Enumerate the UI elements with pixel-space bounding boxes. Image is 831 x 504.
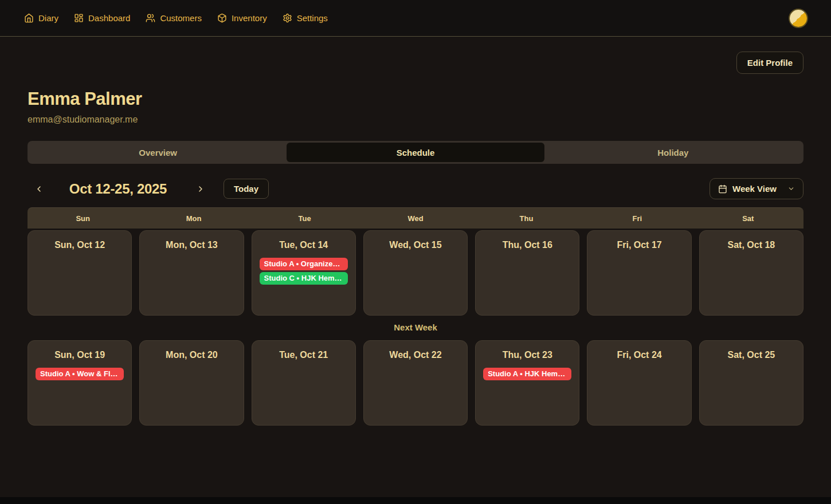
next-week-button[interactable] [193, 181, 209, 197]
day-cell-title: Sun, Oct 19 [36, 350, 124, 360]
calendar-day-header-row: Sun Mon Tue Wed Thu Fri Sat [28, 207, 803, 229]
edit-profile-button[interactable]: Edit Profile [736, 52, 803, 74]
day-cell-title: Mon, Oct 20 [147, 350, 236, 360]
date-range-title: Oct 12-25, 2025 [47, 181, 189, 197]
dashboard-icon [74, 13, 84, 23]
day-cell[interactable]: Sun, Oct 19Studio A • Wow & Flutter [28, 340, 132, 426]
profile-page: Edit Profile Emma Palmer emma@studiomana… [0, 37, 831, 426]
day-cell-title: Fri, Oct 17 [595, 240, 683, 250]
day-cell-title: Sat, Oct 18 [707, 240, 795, 250]
nav-item-diary[interactable]: Diary [24, 13, 58, 23]
day-header: Sat [693, 214, 803, 223]
day-cell-title: Mon, Oct 13 [147, 240, 236, 250]
day-cell[interactable]: Tue, Oct 14Studio A • Organized S...Stud… [252, 230, 356, 316]
calendar-icon [718, 184, 727, 194]
day-cell-title: Wed, Oct 15 [371, 240, 460, 250]
profile-name: Emma Palmer [28, 89, 803, 109]
day-header: Mon [138, 214, 249, 223]
next-week-label: Next Week [28, 316, 803, 338]
day-cell-title: Thu, Oct 23 [483, 350, 571, 360]
chevron-right-icon [196, 184, 205, 194]
tab-overview[interactable]: Overview [29, 143, 287, 162]
week-calendar: Sun Mon Tue Wed Thu Fri Sat Sun, Oct 12M… [28, 207, 803, 426]
nav-label: Settings [297, 13, 328, 23]
event-chip[interactable]: Studio A • Wow & Flutter [36, 368, 124, 380]
nav-label: Dashboard [88, 13, 130, 23]
calendar-week-row: Sun, Oct 19Studio A • Wow & FlutterMon, … [28, 340, 803, 426]
day-cell-title: Tue, Oct 21 [260, 350, 348, 360]
bottom-strip [0, 497, 831, 504]
calendar-week-row: Sun, Oct 12Mon, Oct 13Tue, Oct 14Studio … [28, 230, 803, 316]
nav-label: Diary [38, 13, 58, 23]
day-header: Wed [360, 214, 471, 223]
users-icon [146, 13, 155, 23]
tab-holiday[interactable]: Holiday [544, 143, 802, 162]
day-cell[interactable]: Sun, Oct 12 [28, 230, 132, 316]
day-header: Fri [582, 214, 692, 223]
today-button[interactable]: Today [224, 179, 269, 199]
chevron-left-icon [34, 184, 44, 194]
day-cell[interactable]: Sat, Oct 18 [699, 230, 803, 316]
nav-item-settings[interactable]: Settings [283, 13, 328, 23]
day-header: Sun [28, 214, 138, 223]
home-icon [24, 13, 34, 23]
day-cell[interactable]: Fri, Oct 17 [587, 230, 691, 316]
day-cell[interactable]: Tue, Oct 21 [252, 340, 356, 426]
chevron-down-icon [787, 185, 795, 192]
prev-week-button[interactable] [31, 181, 47, 197]
event-list: Studio A • Wow & Flutter [36, 368, 124, 380]
package-icon [217, 13, 227, 23]
day-cell[interactable]: Sat, Oct 25 [699, 340, 803, 426]
event-chip[interactable]: Studio C • HJK Hemsw... [260, 272, 348, 285]
day-header: Thu [471, 214, 582, 223]
day-cell-title: Fri, Oct 24 [595, 350, 683, 360]
view-select-label: Week View [732, 184, 777, 194]
event-list: Studio A • Organized S...Studio C • HJK … [260, 258, 348, 285]
day-cell-title: Thu, Oct 16 [483, 240, 571, 250]
profile-email: emma@studiomanager.me [28, 115, 803, 125]
day-cell[interactable]: Mon, Oct 13 [139, 230, 244, 316]
view-select-dropdown[interactable]: Week View [710, 178, 803, 199]
nav-label: Inventory [232, 13, 267, 23]
event-chip[interactable]: Studio A • Organized S... [260, 258, 348, 270]
nav-label: Customers [160, 13, 202, 23]
day-cell[interactable]: Fri, Oct 24 [587, 340, 691, 426]
nav-item-inventory[interactable]: Inventory [217, 13, 267, 23]
tab-schedule[interactable]: Schedule [287, 143, 544, 162]
top-nav: Diary Dashboard Customers Inventory Sett… [0, 0, 831, 37]
event-chip[interactable]: Studio A • HJK Hemsw... [483, 368, 571, 380]
day-cell[interactable]: Thu, Oct 16 [475, 230, 579, 316]
day-cell[interactable]: Wed, Oct 22 [363, 340, 468, 426]
day-header: Tue [249, 214, 360, 223]
day-cell-title: Tue, Oct 14 [260, 240, 348, 250]
day-cell[interactable]: Wed, Oct 15 [363, 230, 468, 316]
day-cell[interactable]: Thu, Oct 23Studio A • HJK Hemsw... [475, 340, 579, 426]
day-cell-title: Sun, Oct 12 [36, 240, 124, 250]
profile-tabs: Overview Schedule Holiday [28, 141, 803, 164]
nav-item-dashboard[interactable]: Dashboard [74, 13, 130, 23]
day-cell-title: Wed, Oct 22 [371, 350, 460, 360]
day-cell-title: Sat, Oct 25 [707, 350, 795, 360]
day-cell[interactable]: Mon, Oct 20 [139, 340, 244, 426]
gear-icon [283, 13, 292, 23]
nav-item-customers[interactable]: Customers [146, 13, 202, 23]
user-avatar[interactable] [790, 10, 807, 27]
event-list: Studio A • HJK Hemsw... [483, 368, 571, 380]
schedule-toolbar: Oct 12-25, 2025 Today Week View [28, 178, 803, 199]
